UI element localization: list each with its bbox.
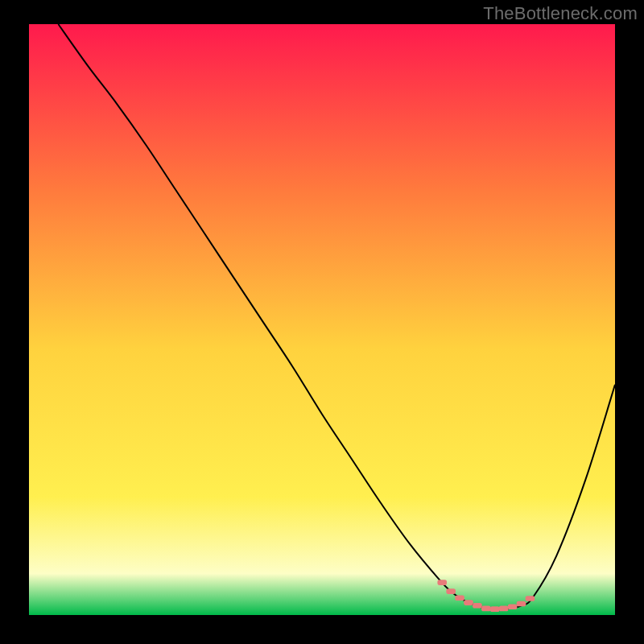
marker-dot [526,596,535,601]
marker-dot [517,601,526,607]
plot-area [29,24,615,615]
marker-dot [473,603,482,609]
marker-dot [490,606,500,612]
gradient-background [29,24,615,615]
marker-dot [455,595,464,601]
marker-dot [499,606,509,612]
marker-dot [481,606,491,612]
marker-dot [437,580,447,585]
chart-frame: TheBottleneck.com [0,0,644,644]
plot-svg [29,24,615,615]
marker-dot [464,600,473,605]
watermark-text: TheBottleneck.com [483,3,638,24]
marker-dot [508,604,518,609]
marker-dot [446,588,456,594]
